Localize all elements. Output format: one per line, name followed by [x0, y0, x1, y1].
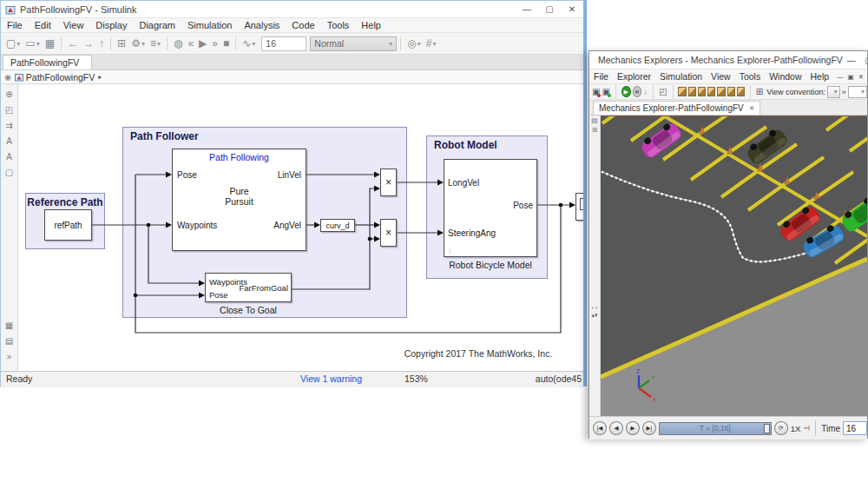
- step-forward-button[interactable]: ▶|: [642, 421, 656, 435]
- view-bottom-button[interactable]: [717, 87, 725, 96]
- multiply-block-2[interactable]: ×: [380, 219, 397, 247]
- fit-view-icon[interactable]: ◰: [5, 105, 13, 121]
- simulation-display-button[interactable]: ∿▾: [240, 36, 258, 51]
- save-button[interactable]: ▦: [43, 36, 57, 51]
- view-right-button[interactable]: [737, 87, 745, 96]
- close-to-goal-block[interactable]: Waypoints Pose FarFromGoal: [205, 273, 292, 302]
- menu-help[interactable]: Help: [806, 69, 834, 83]
- props-panel-icon[interactable]: ⊞: [589, 125, 600, 135]
- menu-view[interactable]: View: [707, 69, 735, 83]
- step-forward-button[interactable]: »: [209, 36, 220, 51]
- tab-close-icon[interactable]: ✕: [749, 104, 755, 112]
- play-button[interactable]: ▶: [621, 86, 631, 97]
- snapshot-remove-button[interactable]: ▣: [592, 88, 600, 96]
- model-advisor-button[interactable]: ◎▾: [404, 36, 424, 51]
- view-iso-button[interactable]: [678, 87, 686, 96]
- play-button[interactable]: ▶: [626, 421, 640, 435]
- close-icon[interactable]: ✕: [561, 4, 583, 14]
- loop-button[interactable]: ⟳: [774, 421, 788, 435]
- explorer-tab[interactable]: Mechanics Explorer-PathFollowingFV ✕: [593, 101, 760, 115]
- diagram-canvas[interactable]: Reference Path Path Follower Robot Model: [18, 84, 583, 371]
- go-to-start-button[interactable]: |◀: [593, 421, 607, 435]
- menu-explorer[interactable]: Explorer: [613, 69, 655, 83]
- refpath-block[interactable]: refPath: [44, 209, 92, 241]
- menu-window[interactable]: Window: [765, 69, 806, 83]
- breadcrumb-model-name[interactable]: PathFollowingFV: [26, 72, 95, 83]
- mdi-close-icon[interactable]: ✕: [858, 73, 864, 81]
- library-browser-button[interactable]: ⊞: [115, 36, 128, 51]
- mdi-minimize-icon[interactable]: —: [837, 73, 844, 81]
- scope-block[interactable]: [575, 193, 583, 221]
- status-warning-link[interactable]: View 1 warning: [300, 373, 362, 384]
- step-back-button[interactable]: ◀: [609, 421, 623, 435]
- menu-tools[interactable]: Tools: [321, 18, 356, 32]
- menu-simulation[interactable]: Simulation: [181, 18, 238, 32]
- stop-time-input[interactable]: [261, 36, 306, 51]
- time-label: Time: [821, 424, 840, 433]
- background-select[interactable]: ▾: [848, 86, 867, 98]
- maximize-icon[interactable]: ▢: [860, 56, 868, 65]
- breadcrumb-expand-icon[interactable]: ◉: [4, 73, 11, 82]
- menu-file[interactable]: File: [1, 18, 29, 32]
- pure-pursuit-block[interactable]: Path Following Pose Waypoints LinVel Ang…: [172, 149, 306, 251]
- minimize-icon[interactable]: —: [516, 4, 538, 14]
- 3d-viewport[interactable]: Z Y X: [601, 116, 867, 416]
- time-input[interactable]: [843, 421, 867, 435]
- export-button[interactable]: ↓: [643, 88, 648, 96]
- subsystem-icon[interactable]: ▤: [5, 336, 13, 352]
- annotation-box-icon[interactable]: A: [6, 152, 12, 168]
- menu-help[interactable]: Help: [355, 18, 387, 32]
- menu-file[interactable]: File: [589, 69, 613, 83]
- annotation-icon[interactable]: A: [6, 136, 12, 152]
- menu-diagram[interactable]: Diagram: [133, 18, 181, 32]
- menu-code[interactable]: Code: [286, 18, 320, 32]
- menu-tools[interactable]: Tools: [735, 69, 766, 83]
- slider-handle[interactable]: [764, 424, 770, 433]
- goto-tag-block[interactable]: curv_d: [320, 219, 355, 232]
- maximize-icon[interactable]: ▢: [538, 4, 561, 14]
- menu-display[interactable]: Display: [89, 18, 133, 32]
- more-toolbar-icon[interactable]: »: [842, 88, 846, 96]
- view-top-button[interactable]: [707, 87, 715, 96]
- back-button[interactable]: ←: [65, 36, 81, 51]
- open-button[interactable]: ▭▾: [23, 36, 42, 51]
- zoom-icon[interactable]: ⊕: [5, 89, 12, 105]
- update-diagram-button[interactable]: ◍: [171, 36, 185, 51]
- up-button[interactable]: ↑: [96, 36, 107, 51]
- step-back-button[interactable]: «: [185, 36, 196, 51]
- forward-button[interactable]: →: [81, 36, 96, 51]
- mdi-restore-icon[interactable]: ▣: [848, 73, 854, 81]
- tree-panel-icon[interactable]: ▤: [589, 116, 600, 125]
- more-tools-icon[interactable]: »: [7, 352, 12, 367]
- menu-view[interactable]: View: [57, 18, 90, 32]
- menu-analysis[interactable]: Analysis: [238, 18, 286, 32]
- model-tab[interactable]: PathFollowingFV: [3, 55, 92, 69]
- snapshot-add-button[interactable]: ▣: [602, 88, 609, 96]
- new-model-button[interactable]: ▢▾: [3, 36, 23, 51]
- menu-simulation[interactable]: Simulation: [655, 69, 707, 83]
- view-front-button[interactable]: [688, 87, 696, 96]
- fit-to-view-button[interactable]: ◰: [659, 88, 667, 96]
- viewmark-icon[interactable]: ▦: [5, 320, 13, 336]
- stop-button[interactable]: ■: [220, 36, 232, 51]
- stop-button[interactable]: ■: [633, 86, 642, 97]
- build-button[interactable]: #▾: [424, 36, 439, 51]
- view-left-button[interactable]: [727, 87, 735, 96]
- speed-slider-icon[interactable]: ⊣: [803, 424, 810, 433]
- area-icon[interactable]: ▢: [5, 168, 13, 183]
- splitter-handle[interactable]: ‹ › ▴▾: [589, 305, 600, 319]
- time-slider[interactable]: T = [0,16]: [659, 422, 772, 435]
- model-settings-button[interactable]: ⚙▾: [128, 36, 148, 51]
- simulation-mode-select[interactable]: Normal ▾: [310, 36, 397, 51]
- signal-route-icon[interactable]: ⇉: [5, 121, 12, 136]
- view-convention-select[interactable]: ▾: [827, 86, 840, 98]
- playback-speed[interactable]: 1X: [791, 424, 801, 433]
- minimize-icon[interactable]: —: [843, 56, 860, 65]
- model-browser-button[interactable]: ≡▾: [148, 36, 163, 51]
- run-button[interactable]: ▶: [196, 36, 209, 51]
- menu-edit[interactable]: Edit: [29, 18, 57, 32]
- step-back-icon: «: [187, 37, 194, 50]
- multiply-block-1[interactable]: ×: [380, 169, 397, 196]
- robot-bicycle-block[interactable]: LongVel SteeringAng Pose ↓: [444, 159, 537, 257]
- view-back-button[interactable]: [698, 87, 706, 96]
